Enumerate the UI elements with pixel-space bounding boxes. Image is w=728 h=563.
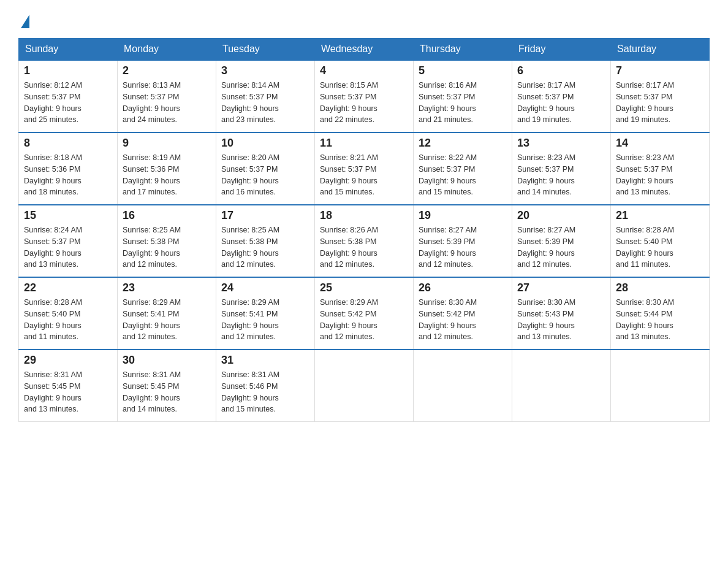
day-number: 30 (123, 354, 211, 367)
calendar-cell: 29 Sunrise: 8:31 AMSunset: 5:45 PMDaylig… (19, 350, 118, 422)
day-number: 24 (221, 282, 309, 294)
day-info: Sunrise: 8:29 AMSunset: 5:41 PMDaylight:… (221, 298, 279, 341)
calendar-cell: 27 Sunrise: 8:30 AMSunset: 5:43 PMDaylig… (512, 277, 611, 350)
day-info: Sunrise: 8:25 AMSunset: 5:38 PMDaylight:… (123, 226, 181, 269)
day-info: Sunrise: 8:31 AMSunset: 5:46 PMDaylight:… (221, 370, 279, 413)
day-number: 11 (320, 137, 408, 150)
day-info: Sunrise: 8:30 AMSunset: 5:44 PMDaylight:… (616, 298, 674, 341)
calendar-cell: 1 Sunrise: 8:12 AMSunset: 5:37 PMDayligh… (19, 60, 118, 132)
week-row-4: 22 Sunrise: 8:28 AMSunset: 5:40 PMDaylig… (19, 277, 710, 350)
week-row-1: 1 Sunrise: 8:12 AMSunset: 5:37 PMDayligh… (19, 60, 710, 132)
calendar-cell: 13 Sunrise: 8:23 AMSunset: 5:37 PMDaylig… (512, 132, 611, 205)
calendar-cell: 18 Sunrise: 8:26 AMSunset: 5:38 PMDaylig… (315, 205, 414, 277)
day-number: 14 (616, 137, 704, 150)
day-info: Sunrise: 8:15 AMSunset: 5:37 PMDaylight:… (320, 81, 378, 124)
day-number: 31 (221, 354, 309, 367)
day-number: 7 (616, 64, 704, 77)
day-info: Sunrise: 8:16 AMSunset: 5:37 PMDaylight:… (419, 81, 477, 124)
weekday-header-tuesday: Tuesday (216, 39, 315, 61)
day-number: 17 (221, 209, 309, 222)
calendar-cell: 3 Sunrise: 8:14 AMSunset: 5:37 PMDayligh… (216, 60, 315, 132)
weekday-header-sunday: Sunday (19, 39, 118, 61)
day-info: Sunrise: 8:26 AMSunset: 5:38 PMDaylight:… (320, 226, 378, 269)
calendar-cell (315, 350, 414, 422)
calendar-cell (512, 350, 611, 422)
calendar-cell: 9 Sunrise: 8:19 AMSunset: 5:36 PMDayligh… (118, 132, 216, 205)
calendar-cell: 5 Sunrise: 8:16 AMSunset: 5:37 PMDayligh… (414, 60, 512, 132)
calendar-cell: 28 Sunrise: 8:30 AMSunset: 5:44 PMDaylig… (611, 277, 710, 350)
day-info: Sunrise: 8:22 AMSunset: 5:37 PMDaylight:… (419, 153, 477, 196)
calendar-cell: 15 Sunrise: 8:24 AMSunset: 5:37 PMDaylig… (19, 205, 118, 277)
day-info: Sunrise: 8:31 AMSunset: 5:45 PMDaylight:… (24, 370, 82, 413)
day-info: Sunrise: 8:19 AMSunset: 5:36 PMDaylight:… (123, 153, 181, 196)
day-number: 23 (123, 282, 211, 294)
day-info: Sunrise: 8:24 AMSunset: 5:37 PMDaylight:… (24, 226, 82, 269)
day-info: Sunrise: 8:21 AMSunset: 5:37 PMDaylight:… (320, 153, 378, 196)
calendar-cell: 12 Sunrise: 8:22 AMSunset: 5:37 PMDaylig… (414, 132, 512, 205)
calendar-cell: 4 Sunrise: 8:15 AMSunset: 5:37 PMDayligh… (315, 60, 414, 132)
calendar-cell: 21 Sunrise: 8:28 AMSunset: 5:40 PMDaylig… (611, 205, 710, 277)
calendar-cell: 25 Sunrise: 8:29 AMSunset: 5:42 PMDaylig… (315, 277, 414, 350)
calendar-cell: 22 Sunrise: 8:28 AMSunset: 5:40 PMDaylig… (19, 277, 118, 350)
calendar-cell: 11 Sunrise: 8:21 AMSunset: 5:37 PMDaylig… (315, 132, 414, 205)
day-info: Sunrise: 8:17 AMSunset: 5:37 PMDaylight:… (517, 81, 575, 124)
calendar-cell: 7 Sunrise: 8:17 AMSunset: 5:37 PMDayligh… (611, 60, 710, 132)
day-info: Sunrise: 8:14 AMSunset: 5:37 PMDaylight:… (221, 81, 279, 124)
weekday-header-saturday: Saturday (611, 39, 710, 61)
week-row-2: 8 Sunrise: 8:18 AMSunset: 5:36 PMDayligh… (19, 132, 710, 205)
calendar-header-row: SundayMondayTuesdayWednesdayThursdayFrid… (19, 39, 710, 61)
day-info: Sunrise: 8:29 AMSunset: 5:41 PMDaylight:… (123, 298, 181, 341)
day-number: 29 (24, 354, 112, 367)
calendar-cell: 23 Sunrise: 8:29 AMSunset: 5:41 PMDaylig… (118, 277, 216, 350)
day-info: Sunrise: 8:25 AMSunset: 5:38 PMDaylight:… (221, 226, 279, 269)
weekday-header-thursday: Thursday (414, 39, 512, 61)
day-number: 21 (616, 209, 704, 222)
day-number: 3 (221, 64, 309, 77)
calendar-cell: 26 Sunrise: 8:30 AMSunset: 5:42 PMDaylig… (414, 277, 512, 350)
day-number: 15 (24, 209, 112, 222)
page-header (18, 12, 710, 26)
day-info: Sunrise: 8:28 AMSunset: 5:40 PMDaylight:… (24, 298, 82, 341)
week-row-3: 15 Sunrise: 8:24 AMSunset: 5:37 PMDaylig… (19, 205, 710, 277)
day-info: Sunrise: 8:28 AMSunset: 5:40 PMDaylight:… (616, 226, 674, 269)
day-number: 18 (320, 209, 408, 222)
day-number: 22 (24, 282, 112, 294)
calendar-cell: 30 Sunrise: 8:31 AMSunset: 5:45 PMDaylig… (118, 350, 216, 422)
calendar-cell: 10 Sunrise: 8:20 AMSunset: 5:37 PMDaylig… (216, 132, 315, 205)
day-number: 1 (24, 64, 112, 77)
day-info: Sunrise: 8:23 AMSunset: 5:37 PMDaylight:… (616, 153, 674, 196)
day-number: 4 (320, 64, 408, 77)
day-number: 9 (123, 137, 211, 150)
calendar-cell: 20 Sunrise: 8:27 AMSunset: 5:39 PMDaylig… (512, 205, 611, 277)
calendar-cell: 14 Sunrise: 8:23 AMSunset: 5:37 PMDaylig… (611, 132, 710, 205)
weekday-header-friday: Friday (512, 39, 611, 61)
calendar-cell: 8 Sunrise: 8:18 AMSunset: 5:36 PMDayligh… (19, 132, 118, 205)
calendar-cell: 17 Sunrise: 8:25 AMSunset: 5:38 PMDaylig… (216, 205, 315, 277)
logo-triangle-icon (21, 15, 29, 28)
day-number: 6 (517, 64, 605, 77)
day-info: Sunrise: 8:30 AMSunset: 5:42 PMDaylight:… (419, 298, 477, 341)
day-info: Sunrise: 8:31 AMSunset: 5:45 PMDaylight:… (123, 370, 181, 413)
day-number: 19 (419, 209, 507, 222)
calendar-cell: 2 Sunrise: 8:13 AMSunset: 5:37 PMDayligh… (118, 60, 216, 132)
calendar-cell: 19 Sunrise: 8:27 AMSunset: 5:39 PMDaylig… (414, 205, 512, 277)
day-number: 25 (320, 282, 408, 294)
day-info: Sunrise: 8:13 AMSunset: 5:37 PMDaylight:… (123, 81, 181, 124)
day-info: Sunrise: 8:23 AMSunset: 5:37 PMDaylight:… (517, 153, 575, 196)
calendar-cell (611, 350, 710, 422)
day-info: Sunrise: 8:27 AMSunset: 5:39 PMDaylight:… (517, 226, 575, 269)
day-info: Sunrise: 8:17 AMSunset: 5:37 PMDaylight:… (616, 81, 674, 124)
day-number: 27 (517, 282, 605, 294)
day-number: 2 (123, 64, 211, 77)
day-number: 13 (517, 137, 605, 150)
weekday-header-monday: Monday (118, 39, 216, 61)
calendar-table: SundayMondayTuesdayWednesdayThursdayFrid… (18, 38, 710, 422)
calendar-cell: 6 Sunrise: 8:17 AMSunset: 5:37 PMDayligh… (512, 60, 611, 132)
day-number: 5 (419, 64, 507, 77)
calendar-cell: 24 Sunrise: 8:29 AMSunset: 5:41 PMDaylig… (216, 277, 315, 350)
day-info: Sunrise: 8:29 AMSunset: 5:42 PMDaylight:… (320, 298, 378, 341)
calendar-cell (414, 350, 512, 422)
day-number: 12 (419, 137, 507, 150)
calendar-cell: 31 Sunrise: 8:31 AMSunset: 5:46 PMDaylig… (216, 350, 315, 422)
calendar-cell: 16 Sunrise: 8:25 AMSunset: 5:38 PMDaylig… (118, 205, 216, 277)
